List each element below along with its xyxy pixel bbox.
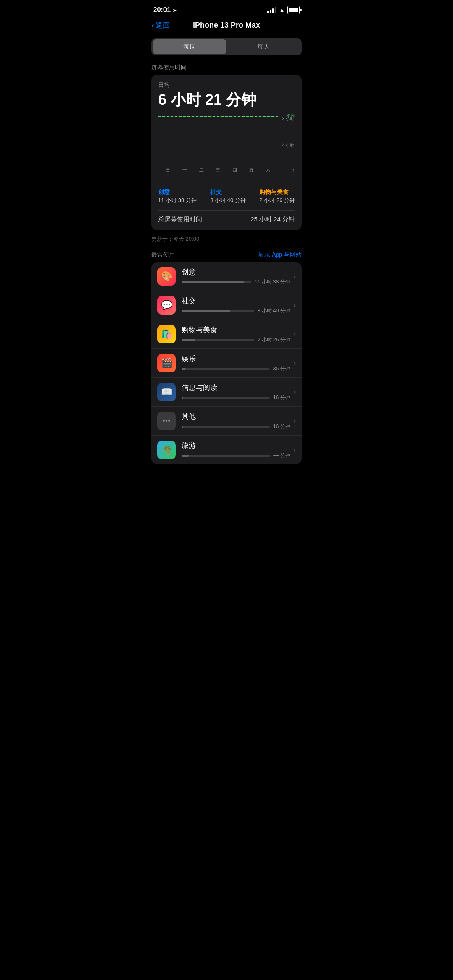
- app-info-creativity: 创意 11 小时 38 分钟: [182, 267, 290, 286]
- most-used-header: 最常使用 显示 App 与网站: [145, 248, 308, 262]
- bar-tue: 二: [195, 165, 208, 173]
- app-icon-travel: 🌴: [157, 441, 176, 459]
- daily-tab[interactable]: 每天: [226, 39, 300, 54]
- category-shopping: 购物与美食 2 小时 26 分钟: [259, 188, 295, 204]
- show-apps-link[interactable]: 显示 App 与网站: [258, 251, 302, 259]
- bar-wed: 三: [211, 165, 225, 173]
- app-item-reading[interactable]: 📖 信息与阅读 16 分钟 ›: [151, 378, 302, 407]
- chevron-right-icon: ›: [294, 330, 296, 338]
- bar-mon: 一: [178, 165, 192, 173]
- category-social: 社交 8 小时 40 分钟: [210, 188, 246, 204]
- signal-icon: [267, 7, 276, 13]
- period-segment: 每周 每天: [151, 38, 302, 55]
- daily-avg-value: 6 小时 21 分钟: [158, 90, 295, 110]
- bar-sat: 六: [261, 164, 275, 173]
- chevron-right-icon: ›: [294, 273, 296, 280]
- total-label: 总屏幕使用时间: [158, 216, 202, 224]
- bar-thu: 四: [228, 164, 242, 173]
- weekly-tab[interactable]: 每周: [153, 39, 226, 54]
- app-info-shopping: 购物与美食 2 小时 26 分钟: [182, 325, 290, 343]
- app-item-social[interactable]: 💬 社交 8 小时 40 分钟 ›: [151, 291, 302, 320]
- chart-bars: 日 一 二: [158, 116, 278, 173]
- page-title: iPhone 13 Pro Max: [193, 21, 260, 30]
- battery-icon: [287, 6, 300, 14]
- back-button[interactable]: ‹ 返回: [151, 21, 170, 30]
- most-used-label: 最常使用: [151, 251, 175, 259]
- status-time: 20:01: [153, 6, 171, 14]
- bar-fri: 五: [245, 164, 258, 173]
- app-icon-creativity: 🎨: [157, 267, 176, 286]
- status-bar: 20:01 ➤ ▲: [145, 0, 308, 18]
- chevron-right-icon: ›: [294, 417, 296, 425]
- status-icons: ▲: [267, 6, 300, 14]
- app-icon-social: 💬: [157, 296, 176, 315]
- chevron-right-icon: ›: [294, 302, 296, 309]
- category-stats: 创意 11 小时 38 分钟 社交 8 小时 40 分钟 购物与美食 2 小时 …: [158, 188, 295, 204]
- chevron-left-icon: ‹: [151, 21, 154, 30]
- app-list: 🎨 创意 11 小时 38 分钟 › 💬 社交 8 小时 40 分钟 ›: [151, 262, 302, 464]
- wifi-icon: ▲: [279, 7, 285, 13]
- app-icon-reading: 📖: [157, 383, 176, 401]
- avg-label: 平均: [286, 113, 295, 119]
- chevron-right-icon: ›: [294, 359, 296, 367]
- bar-chart: 8 小时 4 小时 0 平均 日: [158, 116, 295, 183]
- daily-avg-label: 日均: [158, 81, 295, 89]
- app-item-entertainment[interactable]: 🎬 娱乐 35 分钟 ›: [151, 349, 302, 378]
- app-item-creativity[interactable]: 🎨 创意 11 小时 38 分钟 ›: [151, 262, 302, 291]
- total-value: 25 小时 24 分钟: [250, 216, 295, 224]
- app-info-reading: 信息与阅读 16 分钟: [182, 383, 290, 401]
- app-info-entertainment: 娱乐 35 分钟: [182, 354, 290, 372]
- app-icon-shopping: 🛍️: [157, 325, 176, 343]
- location-icon: ➤: [172, 7, 177, 13]
- bar-sun: 日: [161, 165, 175, 173]
- category-creativity: 创意 11 小时 38 分钟: [158, 188, 197, 204]
- nav-header: ‹ 返回 iPhone 13 Pro Max: [145, 18, 308, 35]
- back-label: 返回: [156, 21, 170, 30]
- app-icon-entertainment: 🎬: [157, 354, 176, 372]
- app-info-other: 其他 16 分钟: [182, 412, 290, 430]
- screen-time-card: 日均 6 小时 21 分钟 8 小时 4 小时 0 平均: [151, 75, 302, 230]
- app-item-shopping[interactable]: 🛍️ 购物与美食 2 小时 26 分钟 ›: [151, 320, 302, 349]
- app-icon-other: •••: [157, 412, 176, 430]
- screen-time-section-label: 屏幕使用时间: [145, 62, 308, 75]
- chevron-right-icon: ›: [294, 388, 296, 396]
- app-info-travel: 旅游 — 分钟: [182, 441, 290, 459]
- app-info-social: 社交 8 小时 40 分钟: [182, 296, 290, 315]
- total-row: 总屏幕使用时间 25 小时 24 分钟: [158, 210, 295, 224]
- app-item-travel[interactable]: 🌴 旅游 — 分钟 ›: [151, 436, 302, 464]
- chevron-right-icon: ›: [294, 446, 296, 454]
- update-time: 更新于：今天 20:00: [145, 233, 308, 248]
- y-axis: 8 小时 4 小时 0: [282, 116, 295, 173]
- app-item-other[interactable]: ••• 其他 16 分钟 ›: [151, 407, 302, 436]
